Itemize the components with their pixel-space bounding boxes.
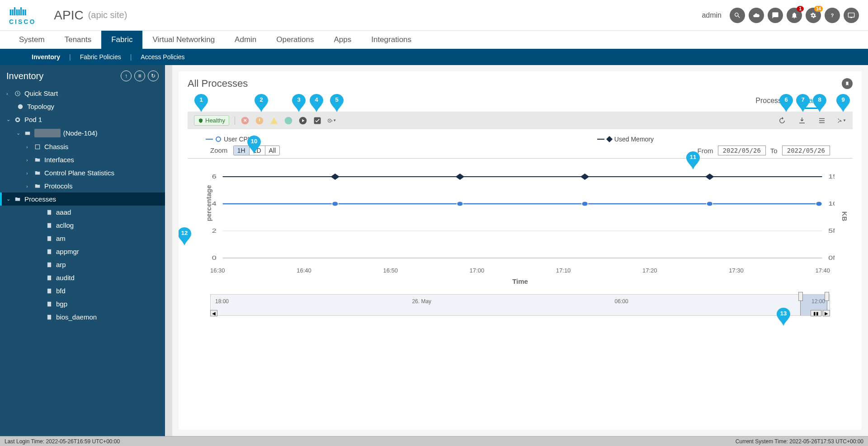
tree-proc-item[interactable]: appmgr: [0, 245, 165, 258]
tree-proc-item[interactable]: bios_daemon: [0, 310, 165, 324]
svg-text:5M: 5M: [828, 227, 835, 234]
from-label: From: [698, 147, 713, 155]
svg-text:15M: 15M: [828, 173, 835, 179]
sidebar-action-2-icon[interactable]: ≡: [134, 70, 145, 81]
settings-icon[interactable]: 14: [806, 8, 821, 23]
menu-icon[interactable]: [817, 116, 826, 125]
nav-fabric[interactable]: Fabric: [101, 31, 142, 49]
subnav-access-policies[interactable]: Access Policies: [141, 53, 184, 61]
file-icon: [45, 248, 53, 255]
range-handle-right[interactable]: [825, 292, 829, 301]
nav-tenants[interactable]: Tenants: [55, 31, 102, 49]
monitor-icon[interactable]: [844, 8, 859, 23]
svg-text:0M: 0M: [828, 254, 835, 261]
sidebar-scrollbar[interactable]: [165, 65, 172, 436]
range-handle-left[interactable]: [798, 292, 803, 301]
main-panel: All Processes Processes Stats Hist Healt…: [179, 71, 862, 430]
tree-node-104[interactable]: ⌄ (Node-104): [0, 126, 165, 140]
tree-cp-stats[interactable]: ›Control Plane Statistics: [0, 166, 165, 179]
file-icon: [45, 314, 53, 321]
nav-operations[interactable]: Operations: [266, 31, 324, 49]
range-scroll-left-icon[interactable]: ◀: [210, 310, 217, 316]
fault-critical-icon[interactable]: ✕: [241, 116, 250, 125]
app-site: (apic site): [88, 10, 127, 20]
help-icon[interactable]: ?: [825, 8, 840, 23]
sidebar-header: Inventory ↑ ≡ ↻: [0, 65, 165, 87]
zoom-1h-button[interactable]: 1H: [234, 146, 250, 155]
to-date-input[interactable]: 2022/05/26: [782, 146, 830, 155]
feedback-icon[interactable]: [768, 8, 783, 23]
tree-quick-start[interactable]: ›Quick Start: [0, 87, 165, 100]
tree-proc-item[interactable]: auditd: [0, 271, 165, 284]
folder-icon: [14, 196, 22, 203]
sidebar-action-1-icon[interactable]: ↑: [121, 70, 132, 81]
range-scroll-right-icon[interactable]: ▶: [823, 310, 830, 316]
fault-minor-icon[interactable]: [269, 116, 278, 125]
tree-proc-item[interactable]: arp: [0, 258, 165, 271]
nav-system[interactable]: System: [9, 31, 55, 49]
tree-proc-item[interactable]: am: [0, 232, 165, 245]
circle-marker-icon: [216, 136, 221, 142]
svg-point-19: [285, 117, 292, 124]
search-icon[interactable]: [730, 8, 745, 23]
tree-protocols[interactable]: ›Protocols: [0, 179, 165, 192]
zoom-all-button[interactable]: All: [265, 146, 280, 155]
tree-pod1[interactable]: ⌄Pod 1: [0, 113, 165, 126]
nav-apps[interactable]: Apps: [324, 31, 361, 49]
tree-proc-item[interactable]: acllog: [0, 219, 165, 232]
file-icon: [45, 209, 53, 216]
play-icon[interactable]: [298, 116, 307, 125]
range-selector[interactable]: 18:00 26. May 06:00 12:00 ◀ ▮▮ ▶: [210, 294, 830, 316]
tree-proc-item[interactable]: aaad: [0, 206, 165, 219]
tree-interfaces[interactable]: ›Interfaces: [0, 153, 165, 166]
tree-topology[interactable]: Topology: [0, 100, 165, 113]
svg-rect-38: [456, 174, 465, 180]
file-icon: [45, 274, 53, 282]
svg-rect-6: [35, 145, 39, 149]
pod-icon: [14, 116, 22, 123]
tab-row: Processes Stats Hist: [188, 97, 853, 111]
tree: ›Quick Start Topology ⌄Pod 1 ⌄ (Node-104…: [0, 87, 165, 324]
chassis-icon: [33, 143, 42, 150]
nav-admin[interactable]: Admin: [225, 31, 266, 49]
check-icon[interactable]: [313, 116, 322, 125]
svg-text:4: 4: [212, 200, 217, 207]
svg-point-44: [582, 202, 588, 206]
tree-proc-item[interactable]: bfd: [0, 284, 165, 297]
tools-dropdown-icon[interactable]: ▼: [837, 116, 846, 125]
tree-processes[interactable]: ⌄Processes: [0, 192, 165, 206]
tab-stats[interactable]: Stats: [802, 97, 818, 109]
tree-chassis[interactable]: ›Chassis: [0, 140, 165, 153]
subnav-fabric-policies[interactable]: Fabric Policies: [80, 53, 121, 61]
main-nav: System Tenants Fabric Virtual Networking…: [0, 31, 868, 49]
chart: percentage KB 6 4 2 0 15M 10M 5M 0M: [210, 172, 835, 263]
download-icon[interactable]: [797, 116, 807, 125]
sidebar-refresh-icon[interactable]: ↻: [148, 70, 159, 81]
cisco-logo: ıılıılıı CISCO: [9, 5, 36, 25]
bookmark-icon[interactable]: [842, 78, 853, 89]
nav-integrations[interactable]: Integrations: [361, 31, 421, 49]
balloon-12: 12: [179, 226, 191, 246]
fault-major-icon[interactable]: [255, 116, 264, 125]
zoom-row: Zoom 1H 1D All From 2022/05/26 To 2022/0…: [188, 146, 853, 159]
refresh-icon[interactable]: [778, 116, 787, 125]
zoom-1d-button[interactable]: 1D: [250, 146, 265, 155]
svg-text:?: ?: [831, 13, 834, 18]
fault-warning-icon[interactable]: [284, 116, 293, 125]
subnav-inventory[interactable]: Inventory: [32, 53, 60, 61]
from-date-input[interactable]: 2022/05/26: [718, 146, 766, 155]
svg-rect-4: [17, 118, 19, 121]
tab-processes[interactable]: Processes: [755, 97, 789, 109]
sidebar: Inventory ↑ ≡ ↻ ›Quick Start Topology ⌄P…: [0, 65, 165, 436]
settings-dropdown-icon[interactable]: ▼: [327, 116, 336, 125]
current-user: admin: [702, 11, 722, 19]
svg-point-45: [707, 202, 713, 206]
file-icon: [45, 235, 53, 242]
nav-virtual-networking[interactable]: Virtual Networking: [142, 31, 225, 49]
svg-rect-12: [47, 275, 51, 280]
range-scroll-grip-icon[interactable]: ▮▮: [811, 310, 821, 316]
alerts-icon[interactable]: 1: [787, 8, 802, 23]
cloud-icon[interactable]: [749, 8, 764, 23]
tree-proc-item[interactable]: bgp: [0, 297, 165, 310]
health-badge: Healthy: [194, 115, 229, 126]
